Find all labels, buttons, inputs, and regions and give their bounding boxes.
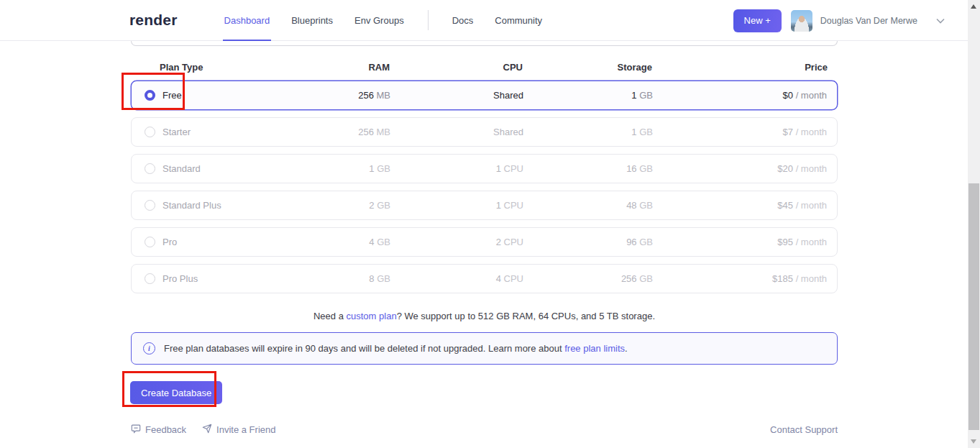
- plan-name: Standard: [162, 163, 201, 174]
- custom-plan-note-suffix: ? We support up to 512 GB RAM, 64 CPUs, …: [397, 311, 655, 321]
- plan-price: $0 / month: [653, 90, 827, 101]
- plan-table-header: Plan Type RAM CPU Storage Price: [131, 61, 838, 73]
- plan-cpu: Shared: [390, 127, 523, 137]
- new-button[interactable]: New +: [733, 9, 782, 32]
- plan-storage: 48 GB: [523, 200, 653, 211]
- plan-row-starter[interactable]: Starter 256 MB Shared 1 GB $7 / month: [131, 117, 838, 147]
- plan-ram: 256 MB: [275, 127, 390, 137]
- main-content: Plan Type RAM CPU Storage Price Free 256…: [131, 41, 838, 436]
- plan-ram: 8 GB: [275, 273, 390, 284]
- plan-radio[interactable]: [145, 127, 155, 137]
- plan-ram: 2 GB: [275, 200, 390, 211]
- plan-price: $95 / month: [653, 237, 827, 247]
- feedback-label: Feedback: [145, 424, 186, 435]
- plan-row-pro-plus[interactable]: Pro Plus 8 GB 4 CPU 256 GB $185 / month: [131, 264, 838, 293]
- plan-cpu: 1 CPU: [390, 163, 523, 174]
- create-database-button[interactable]: Create Database: [130, 381, 222, 404]
- column-header-storage: Storage: [523, 62, 652, 73]
- plan-storage: 1 GB: [523, 90, 653, 101]
- plan-price: $185 / month: [653, 273, 827, 284]
- navbar-right: New + Douglas Van Der Merwe: [733, 0, 945, 41]
- page-footer: Feedback Invite a Friend Contact Support: [131, 424, 838, 436]
- feedback-icon: [131, 424, 141, 436]
- plan-row-standard-plus[interactable]: Standard Plus 2 GB 1 CPU 48 GB $45 / mon…: [131, 191, 838, 220]
- nav-tab-env-groups[interactable]: Env Groups: [344, 0, 415, 40]
- plan-name: Standard Plus: [162, 200, 221, 211]
- contact-support-link[interactable]: Contact Support: [770, 424, 838, 435]
- nav-divider: [428, 10, 429, 30]
- vertical-scrollbar[interactable]: [968, 0, 980, 448]
- plan-radio[interactable]: [145, 273, 155, 284]
- plan-ram: 1 GB: [275, 163, 390, 174]
- info-banner-text: Free plan databases will expire in 90 da…: [164, 343, 628, 354]
- plan-name: Starter: [162, 127, 191, 137]
- custom-plan-link[interactable]: custom plan: [347, 311, 397, 321]
- scrollbar-thumb[interactable]: [968, 183, 979, 430]
- invite-friend-label: Invite a Friend: [216, 424, 275, 435]
- custom-plan-note: Need a custom plan? We support up to 512…: [131, 311, 838, 321]
- info-banner-message: Free plan databases will expire in 90 da…: [164, 343, 564, 354]
- page: render Dashboard Blueprints Env Groups D…: [0, 0, 980, 448]
- plan-ram: 4 GB: [275, 237, 390, 247]
- nav-links: Dashboard Blueprints Env Groups Docs Com…: [214, 0, 553, 40]
- chevron-down-icon[interactable]: [936, 18, 945, 24]
- render-logo[interactable]: render: [129, 12, 178, 29]
- nav-tab-community[interactable]: Community: [484, 0, 553, 40]
- free-plan-limits-link[interactable]: free plan limits: [564, 343, 625, 354]
- invite-friend-button[interactable]: Invite a Friend: [202, 424, 275, 436]
- cutoff-field-bottom: [131, 41, 838, 46]
- nav-tab-dashboard[interactable]: Dashboard: [214, 0, 281, 40]
- plan-cpu: 1 CPU: [390, 200, 523, 211]
- user-avatar[interactable]: [791, 10, 812, 32]
- user-name[interactable]: Douglas Van Der Merwe: [820, 16, 917, 26]
- nav-tab-blueprints[interactable]: Blueprints: [280, 0, 344, 40]
- plan-cpu: 2 CPU: [390, 237, 523, 247]
- plan-radio[interactable]: [145, 90, 155, 101]
- top-navbar: render Dashboard Blueprints Env Groups D…: [0, 0, 968, 41]
- plan-radio[interactable]: [145, 163, 155, 174]
- plan-row-pro[interactable]: Pro 4 GB 2 CPU 96 GB $95 / month: [131, 227, 838, 257]
- plan-name: Pro Plus: [162, 273, 198, 284]
- plan-rows: Free 256 MB Shared 1 GB $0 / month Start…: [131, 81, 838, 293]
- plan-radio[interactable]: [145, 200, 155, 211]
- plan-cpu: 4 CPU: [390, 273, 523, 284]
- scrollbar-down-arrow[interactable]: [971, 439, 976, 444]
- plan-ram: 256 MB: [275, 90, 390, 101]
- paper-plane-icon: [202, 424, 212, 436]
- plan-price: $7 / month: [653, 127, 827, 137]
- feedback-button[interactable]: Feedback: [131, 424, 186, 436]
- column-header-cpu: CPU: [390, 62, 523, 73]
- scrollbar-up-arrow[interactable]: [971, 4, 976, 9]
- plan-price: $45 / month: [653, 200, 827, 211]
- plan-storage: 1 GB: [523, 127, 653, 137]
- info-icon: i: [143, 342, 155, 355]
- column-header-plan-type: Plan Type: [144, 62, 275, 73]
- info-banner-period: .: [625, 343, 628, 354]
- nav-tab-docs[interactable]: Docs: [441, 0, 485, 40]
- plan-cpu: Shared: [390, 90, 523, 101]
- plan-name: Pro: [162, 237, 177, 247]
- plan-row-free[interactable]: Free 256 MB Shared 1 GB $0 / month: [131, 81, 838, 110]
- plan-row-standard[interactable]: Standard 1 GB 1 CPU 16 GB $20 / month: [131, 154, 838, 183]
- plan-radio[interactable]: [145, 237, 155, 247]
- plan-storage: 96 GB: [523, 237, 653, 247]
- plan-name: Free: [162, 90, 182, 101]
- column-header-price: Price: [652, 62, 828, 73]
- plan-storage: 256 GB: [523, 273, 653, 284]
- plan-price: $20 / month: [653, 163, 827, 174]
- column-header-ram: RAM: [275, 62, 390, 73]
- custom-plan-note-prefix: Need a: [313, 311, 347, 321]
- plan-storage: 16 GB: [523, 163, 653, 174]
- free-plan-info-banner: i Free plan databases will expire in 90 …: [131, 332, 838, 365]
